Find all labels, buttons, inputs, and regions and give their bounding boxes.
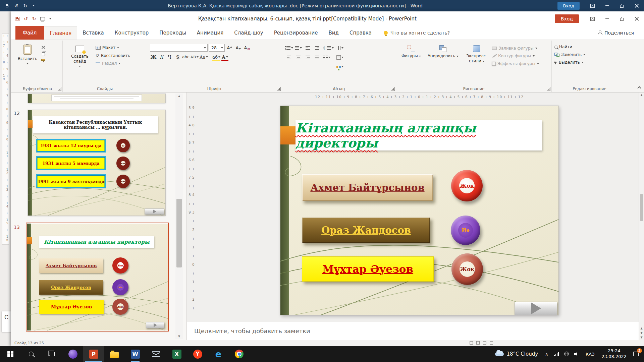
- slide-11-thumbnail-partial[interactable]: [28, 94, 165, 103]
- thumbnail-scrollbar[interactable]: ▲ ▼: [175, 94, 183, 339]
- taskbar-chrome-button[interactable]: [229, 346, 250, 362]
- bold-button[interactable]: Ж: [150, 53, 157, 61]
- start-slideshow-icon[interactable]: [40, 17, 45, 20]
- word-qat-caret-icon[interactable]: [33, 5, 35, 6]
- word-undo-button[interactable]: ↺: [14, 3, 18, 8]
- word-restore-button[interactable]: [614, 0, 629, 11]
- arrange-button[interactable]: Упорядочить: [425, 42, 461, 59]
- smartart-button[interactable]: [336, 63, 344, 71]
- language-indicator[interactable]: КАЗ: [582, 352, 598, 357]
- tab-file[interactable]: Файл: [15, 26, 44, 40]
- scroll-down-icon[interactable]: ▼: [639, 336, 644, 339]
- clipboard-dialog-launcher[interactable]: [58, 87, 61, 91]
- word-redo-button[interactable]: ↻: [23, 3, 27, 8]
- columns-button[interactable]: [322, 53, 331, 61]
- ribbon-display-options-button[interactable]: [585, 11, 600, 26]
- layout-button[interactable]: Макет: [96, 45, 130, 50]
- restore-button[interactable]: [614, 11, 629, 26]
- share-button[interactable]: Поделиться: [597, 26, 634, 40]
- word-ribbon-display-options-button[interactable]: [585, 0, 600, 11]
- main-scrollbar[interactable]: ▲ ▲ ▼ ▼: [639, 93, 644, 340]
- drawing-dialog-launcher[interactable]: [547, 87, 550, 91]
- taskbar-word-button[interactable]: W: [125, 346, 146, 362]
- tab-slideshow[interactable]: Слайд-шоу: [229, 26, 269, 40]
- tab-animations[interactable]: Анимация: [192, 26, 229, 40]
- taskbar-mail-button[interactable]: [146, 346, 166, 362]
- action-center-button[interactable]: 2: [630, 346, 644, 362]
- text-direction-button[interactable]: [336, 44, 344, 52]
- align-text-button[interactable]: [336, 53, 344, 61]
- tell-me-box[interactable]: Что вы хотите сделать?: [384, 26, 450, 40]
- bullets-button[interactable]: [285, 44, 293, 52]
- numbering-button[interactable]: [294, 44, 303, 52]
- format-painter-button[interactable]: [41, 59, 46, 61]
- section-button[interactable]: Раздел: [96, 61, 130, 66]
- answer-ring-3[interactable]: Жоқ: [451, 253, 483, 285]
- taskbar-search-button[interactable]: [21, 346, 42, 362]
- slide-title-placeholder[interactable]: Кітапхананың алғашқы директоры: [296, 120, 542, 150]
- answer-ring-1[interactable]: Жоқ: [451, 170, 483, 201]
- select-button[interactable]: Выделить: [554, 60, 585, 65]
- answer-ring-2[interactable]: Иә: [451, 216, 480, 245]
- answer-option-1[interactable]: Ахмет Байтұрсынов: [302, 174, 433, 201]
- word-close-button[interactable]: [629, 0, 644, 11]
- start-button[interactable]: [0, 346, 21, 362]
- font-family-combobox[interactable]: [150, 44, 208, 52]
- align-center-button[interactable]: [294, 53, 303, 61]
- increase-font-button[interactable]: А: [226, 44, 233, 52]
- taskbar-powerpoint-button[interactable]: P: [83, 346, 104, 362]
- slide-12-thumbnail[interactable]: Қазақстан Республикасының Ұлттық кітапха…: [28, 110, 165, 216]
- paste-button[interactable]: Вставить: [15, 42, 40, 64]
- character-spacing-button[interactable]: АВ: [191, 53, 199, 61]
- justify-button[interactable]: [313, 53, 321, 61]
- minimize-button[interactable]: [600, 11, 614, 26]
- replace-button[interactable]: Заменить: [554, 52, 585, 57]
- word-minimize-button[interactable]: [600, 0, 614, 11]
- taskbar-excel-button[interactable]: X: [166, 346, 187, 362]
- decrease-font-button[interactable]: А: [234, 44, 242, 52]
- highlight-color-button[interactable]: аб: [212, 54, 220, 61]
- task-view-button[interactable]: [42, 346, 62, 362]
- qat-customize-caret-icon[interactable]: [49, 18, 51, 19]
- font-size-combobox[interactable]: 28: [209, 44, 225, 52]
- increase-indent-button[interactable]: [313, 44, 321, 52]
- align-right-button[interactable]: [304, 53, 312, 61]
- undo-button[interactable]: ↺: [24, 16, 28, 21]
- shape-fill-button[interactable]: Заливка фигуры: [492, 46, 539, 51]
- weather-widget[interactable]: 18°C Cloudy: [491, 351, 542, 357]
- tab-view[interactable]: Вид: [323, 26, 344, 40]
- next-slide-button[interactable]: ▼: [639, 331, 644, 335]
- next-slide-action-button[interactable]: [515, 302, 557, 315]
- cortana-app-button[interactable]: [62, 346, 83, 362]
- answer-option-2[interactable]: Ораз Жандосов: [302, 218, 430, 243]
- notes-pane[interactable]: Щелкните, чтобы добавить заметки: [187, 322, 639, 340]
- answer-option-3[interactable]: Мұхтар Әуезов: [302, 256, 434, 282]
- scroll-down-icon[interactable]: ▼: [175, 335, 183, 338]
- shape-outline-button[interactable]: Контур фигуры: [492, 54, 539, 58]
- tab-help[interactable]: Справка: [344, 26, 377, 40]
- scroll-up-icon[interactable]: ▲: [175, 95, 183, 98]
- clock[interactable]: 23:24 23.08.2022: [598, 348, 630, 360]
- tray-expand-chevron[interactable]: ∧: [542, 352, 551, 357]
- paragraph-dialog-launcher[interactable]: [391, 87, 395, 91]
- taskbar-yandex-button[interactable]: Y: [187, 346, 208, 362]
- clear-formatting-button[interactable]: А: [243, 44, 251, 52]
- change-case-button[interactable]: Аа: [200, 53, 208, 61]
- shapes-button[interactable]: Фигуры: [399, 42, 424, 59]
- slide-13-thumbnail[interactable]: Кітапхананың алғашқы директоры Ахмет Бай…: [27, 224, 168, 330]
- tab-insert[interactable]: Вставка: [77, 26, 109, 40]
- cellular-signal-icon[interactable]: [551, 346, 562, 362]
- copy-button[interactable]: [41, 52, 46, 56]
- find-button[interactable]: Найти: [554, 45, 585, 49]
- line-spacing-button[interactable]: ↕: [322, 44, 334, 52]
- word-sign-in-button[interactable]: Вход: [557, 2, 580, 10]
- tab-home[interactable]: Главная: [44, 26, 77, 40]
- quick-styles-button[interactable]: Экспресс-стили: [463, 42, 491, 64]
- taskbar-explorer-button[interactable]: [104, 346, 125, 362]
- thumbnail-scrollbar-thumb[interactable]: [176, 199, 182, 267]
- main-scrollbar-thumb[interactable]: [640, 194, 643, 221]
- decrease-indent-button[interactable]: [304, 44, 312, 52]
- volume-icon[interactable]: [572, 346, 582, 362]
- ppt-sign-in-button[interactable]: Вход: [555, 14, 579, 23]
- reset-slide-button[interactable]: ↺Восстановить: [96, 53, 130, 58]
